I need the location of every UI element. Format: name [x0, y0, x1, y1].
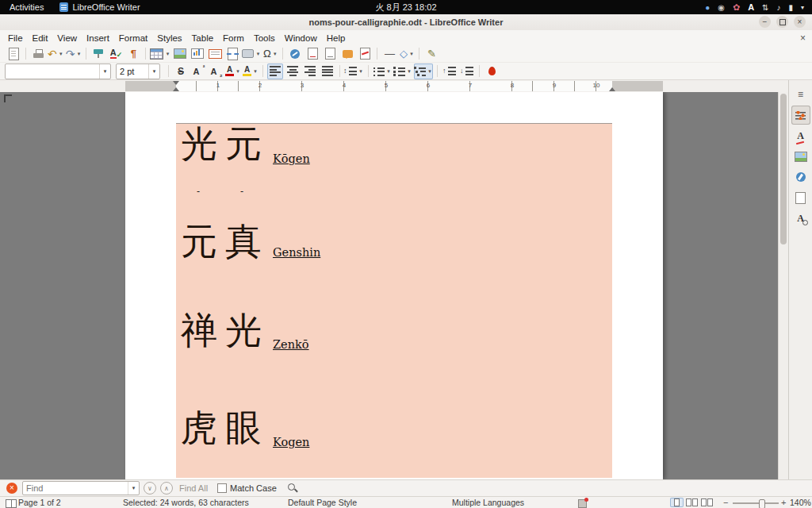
webcam-icon[interactable]: ◉ — [718, 3, 725, 12]
dash-mark-right[interactable]: - — [240, 186, 243, 197]
insert-image-button[interactable] — [172, 46, 188, 62]
align-center-button[interactable] — [285, 64, 301, 79]
menu-view[interactable]: View — [52, 30, 82, 45]
find-previous-button[interactable]: ∧ — [160, 482, 173, 495]
sidebar-tab-style-inspector[interactable]: A — [791, 209, 810, 228]
menu-edit[interactable]: Edit — [28, 30, 53, 45]
strikethrough-button[interactable]: S — [173, 64, 189, 79]
document-area[interactable]: 光元 Kōgen - - 元真 Genshin 禅光 Zenkō 虎眼 Koge… — [0, 92, 788, 479]
superscript-button[interactable]: A — [190, 64, 206, 79]
subscript-button[interactable]: A — [208, 64, 224, 79]
single-page-view-button[interactable] — [670, 498, 684, 507]
shapes-dropdown-icon[interactable]: ▾ — [408, 51, 415, 57]
clock[interactable]: 火 8月 23 18:02 — [375, 2, 436, 13]
sidebar-tab-properties[interactable] — [791, 106, 810, 125]
track-changes-button[interactable] — [357, 46, 373, 62]
menu-insert[interactable]: Insert — [82, 30, 114, 45]
menu-tools[interactable]: Tools — [249, 30, 280, 45]
redo-button[interactable]: ↷▾ — [66, 46, 82, 62]
font-size-combobox[interactable]: 2 pt ▾ — [116, 64, 160, 79]
draw-functions-button[interactable]: ✎ — [423, 46, 439, 62]
clone-formatting-button[interactable] — [90, 46, 106, 62]
horizontal-ruler[interactable]: 1 2 3 4 5 6 7 8 9 10 — [125, 81, 663, 91]
minimize-button[interactable]: − — [759, 16, 771, 28]
sidebar-tab-page[interactable] — [791, 188, 810, 207]
word-count-label[interactable]: Selected: 24 words, 63 characters — [123, 497, 249, 508]
menu-form[interactable]: Form — [218, 30, 249, 45]
insert-hyperlink-button[interactable] — [287, 46, 303, 62]
redo-dropdown-icon[interactable]: ▾ — [75, 51, 82, 57]
language-label[interactable]: Multiple Languages — [452, 497, 524, 508]
zoom-in-button[interactable]: + — [781, 497, 786, 508]
formatting-marks-button[interactable]: ¶ — [125, 46, 141, 62]
menu-styles[interactable]: Styles — [152, 30, 186, 45]
system-tray[interactable]: ● ◉ ✿ A ⇅ ♪ ▮ ▾ — [705, 2, 812, 13]
close-window-button[interactable]: × — [794, 16, 806, 28]
bullet-list-dropdown-icon[interactable]: ▾ — [385, 68, 392, 75]
find-next-button[interactable]: ∨ — [144, 482, 156, 495]
menu-window[interactable]: Window — [280, 30, 322, 45]
vertical-scrollbar[interactable] — [778, 92, 788, 479]
menu-table[interactable]: Table — [187, 30, 219, 45]
zoom-level-label[interactable]: 140% — [790, 497, 811, 508]
align-right-button[interactable] — [302, 64, 318, 79]
match-case-checkbox[interactable] — [217, 483, 227, 493]
zoom-slider[interactable] — [733, 502, 779, 504]
font-color-dropdown-icon[interactable]: ▾ — [235, 68, 241, 75]
maximize-button[interactable] — [776, 16, 788, 28]
menu-help[interactable]: Help — [322, 30, 350, 45]
calligraphy-table[interactable]: 光元 Kōgen - - 元真 Genshin 禅光 Zenkō 虎眼 Koge… — [176, 123, 612, 478]
keyboard-layout-icon[interactable]: A — [748, 2, 754, 12]
sidebar-tab-gallery[interactable] — [791, 147, 810, 166]
outline-list-button[interactable]: ▾ — [414, 64, 433, 79]
find-close-button[interactable]: × — [6, 483, 17, 494]
focused-app-menu[interactable]: LibreOffice Writer — [53, 2, 146, 12]
right-indent-marker[interactable] — [609, 84, 615, 91]
romaji-entry-4[interactable]: Kogen — [273, 436, 309, 448]
font-color-button[interactable]: A▾ — [225, 64, 241, 79]
table-dropdown-icon[interactable]: ▾ — [164, 51, 170, 57]
find-history-dropdown-icon[interactable]: ▾ — [128, 482, 139, 495]
undo-button[interactable]: ↶▾ — [48, 46, 64, 62]
menu-file[interactable]: File — [3, 30, 28, 45]
zoom-out-button[interactable]: − — [723, 497, 728, 508]
find-input-box[interactable]: ▾ — [22, 481, 140, 495]
activities-button[interactable]: Activities — [0, 0, 53, 14]
outline-list-dropdown-icon[interactable]: ▾ — [427, 68, 433, 75]
romaji-entry-1[interactable]: Kōgen — [273, 152, 310, 165]
indent-marker-bottom[interactable] — [173, 84, 179, 91]
insert-special-character-button[interactable]: Ω▾ — [262, 46, 278, 62]
insert-textbox-button[interactable] — [207, 46, 223, 62]
insert-footnote-button[interactable] — [304, 46, 320, 62]
insert-comment-button[interactable] — [339, 46, 355, 62]
increase-paragraph-spacing-button[interactable] — [442, 64, 458, 79]
page[interactable]: 光元 Kōgen - - 元真 Genshin 禅光 Zenkō 虎眼 Koge… — [125, 92, 663, 479]
undo-dropdown-icon[interactable]: ▾ — [58, 51, 64, 57]
sidebar-tab-styles[interactable]: A — [791, 126, 810, 145]
romaji-entry-2[interactable]: Genshin — [273, 246, 320, 259]
find-all-button[interactable]: Find All — [179, 483, 208, 493]
page-style-label[interactable]: Default Page Style — [288, 497, 357, 508]
insert-chart-button[interactable] — [190, 46, 205, 62]
dash-mark-left[interactable]: - — [197, 186, 200, 197]
highlight-color-button[interactable]: A▾ — [243, 64, 259, 79]
spelling-button[interactable]: A✓ — [108, 46, 124, 62]
screencast-icon[interactable]: ● — [705, 3, 710, 12]
numbered-list-button[interactable]: ▾ — [393, 64, 412, 79]
highlight-dropdown-icon[interactable]: ▾ — [252, 68, 259, 75]
close-document-icon[interactable]: × — [800, 33, 806, 44]
title-bar[interactable]: noms-pour-calligraphie.odt - LibreOffice… — [0, 14, 812, 31]
insert-line-button[interactable]: — — [381, 46, 397, 62]
find-input[interactable] — [23, 483, 128, 494]
document-modified-icon[interactable] — [578, 499, 587, 508]
paragraph-style-combobox[interactable]: ▾ — [5, 64, 111, 79]
print-button[interactable] — [30, 46, 46, 62]
decrease-paragraph-spacing-button[interactable] — [459, 64, 475, 79]
insert-page-break-button[interactable] — [224, 46, 240, 62]
kanji-entry-2[interactable]: 元真 — [181, 223, 270, 260]
insert-endnote-button[interactable] — [322, 46, 338, 62]
field-dropdown-icon[interactable]: ▾ — [255, 51, 261, 57]
multi-page-view-button[interactable] — [685, 498, 699, 507]
sidebar-tab-navigator[interactable] — [791, 167, 810, 187]
line-spacing-dropdown-icon[interactable]: ▾ — [358, 68, 364, 75]
